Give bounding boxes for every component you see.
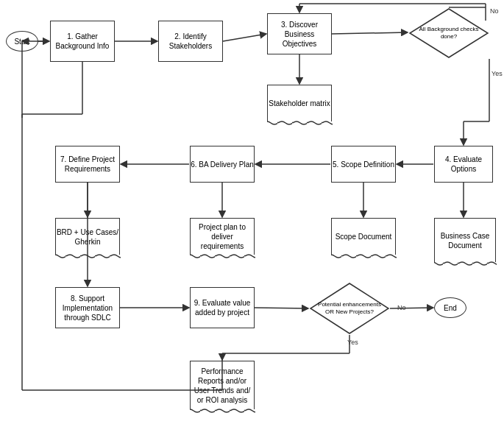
stakeholder-matrix-node: Stakeholder matrix [267,85,332,121]
n6-label: 6. BA Delivery Plan [191,160,254,169]
d2-yes-label: Yes [347,339,358,346]
d2-label: Potential enhancements OR New Projects? [309,297,390,320]
svg-line-5 [223,34,266,41]
start-label: Start [14,37,29,46]
d2-no-label: No [397,304,406,311]
d2-node: Potential enhancements OR New Projects? [309,282,390,335]
flowchart: Start 1. Gather Background Info 2. Ident… [0,0,504,424]
n8-node: 8. Support Implementation through SDLC [55,287,120,328]
n1-node: 1. Gather Background Info [50,21,115,62]
end-label: End [444,303,457,313]
d1-yes-label: Yes [491,70,503,77]
d1-node: All Background checks done? [408,7,489,59]
stakeholder-matrix-label: Stakeholder matrix [269,99,330,108]
end-node: End [434,297,466,318]
d1-no-label: No [490,7,499,15]
n1-label: 1. Gather Background Info [51,32,114,51]
scope-doc-label: Scope Document [336,232,392,241]
n3-node: 3. Discover Business Objectives [267,13,332,54]
scope-doc-node: Scope Document [331,218,396,255]
svg-line-25 [255,308,308,308]
business-case-node: Business Case Document [434,218,496,262]
brd-node: BRD + Use Cases/ Gherkin [55,218,120,255]
n9-node: 9. Evaluate value added by project [190,287,255,328]
start-node: Start [6,31,38,52]
n4-label: 4. Evaluate Options [435,155,492,174]
business-case-label: Business Case Document [435,231,495,250]
performance-node: Performance Reports and/or User Trends a… [190,361,255,409]
n7-node: 7. Define Project Requirements [55,146,120,183]
n7-label: 7. Define Project Requirements [56,155,119,174]
project-plan-label: Project plan to deliver requirements [191,222,254,251]
project-plan-node: Project plan to deliver requirements [190,218,255,255]
performance-label: Performance Reports and/or User Trends a… [191,367,254,405]
brd-label: BRD + Use Cases/ Gherkin [56,227,119,247]
svg-line-26 [390,308,433,308]
n2-label: 2. Identify Stakeholders [159,32,222,51]
n5-node: 5. Scope Definition [331,146,396,183]
svg-line-6 [332,32,408,34]
n6-node: 6. BA Delivery Plan [190,146,255,183]
n2-node: 2. Identify Stakeholders [158,21,223,62]
n8-label: 8. Support Implementation through SDLC [56,294,119,322]
n3-label: 3. Discover Business Objectives [268,20,331,49]
n5-label: 5. Scope Definition [333,160,394,169]
n9-label: 9. Evaluate value added by project [191,298,254,317]
d1-label: All Background checks done? [408,22,489,45]
n4-node: 4. Evaluate Options [434,146,493,183]
